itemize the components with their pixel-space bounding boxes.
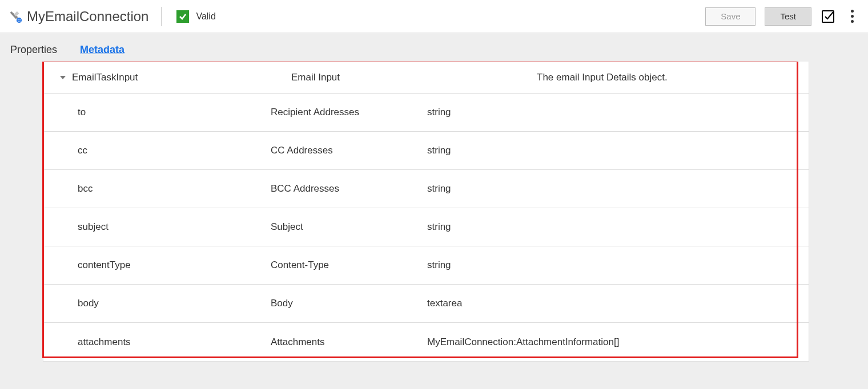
parent-label: Email Input <box>291 72 537 83</box>
tabs: Properties Metadata <box>0 33 868 62</box>
field-type: string <box>427 107 544 118</box>
save-button[interactable]: Save <box>705 7 756 26</box>
vertical-divider <box>161 7 162 26</box>
table-row[interactable]: attachments Attachments MyEmailConnectio… <box>43 323 809 361</box>
field-type: MyEmailConnection:AttachmentInformation[… <box>427 337 619 348</box>
table-row[interactable]: body Body textarea <box>43 285 809 323</box>
field-label: CC Addresses <box>271 145 427 156</box>
field-label: Body <box>271 298 427 309</box>
expand-toggle[interactable] <box>46 74 72 81</box>
field-name: subject <box>78 221 271 233</box>
field-label: Recipient Addresses <box>271 107 427 118</box>
parent-row[interactable]: EmailTaskInput Email Input The email Inp… <box>43 62 809 94</box>
field-label: BCC Addresses <box>271 183 427 195</box>
confirm-icon[interactable] <box>821 9 835 24</box>
field-name: contentType <box>78 260 271 271</box>
field-type: string <box>427 221 544 233</box>
tab-metadata[interactable]: Metadata <box>80 38 124 62</box>
field-name: attachments <box>78 337 271 348</box>
field-name: to <box>78 107 271 118</box>
check-icon <box>176 10 189 23</box>
table-row[interactable]: cc CC Addresses string <box>43 132 809 170</box>
field-label: Attachments <box>271 337 427 348</box>
field-type: textarea <box>427 298 544 309</box>
more-menu-icon[interactable] <box>845 9 859 24</box>
header-bar: MyEmailConnection Valid Save Test <box>0 0 868 33</box>
field-label: Subject <box>271 221 427 233</box>
field-type: string <box>427 183 544 195</box>
field-type: string <box>427 260 544 271</box>
metadata-panel: EmailTaskInput Email Input The email Inp… <box>43 62 809 361</box>
table-row[interactable]: to Recipient Addresses string <box>43 94 809 132</box>
connection-icon <box>9 10 22 23</box>
field-label: Content-Type <box>271 260 427 271</box>
table-row[interactable]: subject Subject string <box>43 208 809 246</box>
table-row[interactable]: bcc BCC Addresses string <box>43 170 809 208</box>
field-type: string <box>427 145 544 156</box>
table-row[interactable]: contentType Content-Type string <box>43 246 809 285</box>
test-button[interactable]: Test <box>765 7 811 26</box>
page-title: MyEmailConnection <box>27 9 148 25</box>
content-area: EmailTaskInput Email Input The email Inp… <box>0 62 868 389</box>
status-text: Valid <box>196 11 215 22</box>
field-name: body <box>78 298 271 309</box>
tab-properties[interactable]: Properties <box>10 38 57 62</box>
field-name: cc <box>78 145 271 156</box>
status-badge: Valid <box>176 10 215 23</box>
parent-name: EmailTaskInput <box>72 72 291 83</box>
header-right: Save Test <box>705 7 859 26</box>
parent-desc: The email Input Details object. <box>537 72 809 83</box>
field-name: bcc <box>78 183 271 195</box>
header-left: MyEmailConnection Valid <box>9 7 705 26</box>
